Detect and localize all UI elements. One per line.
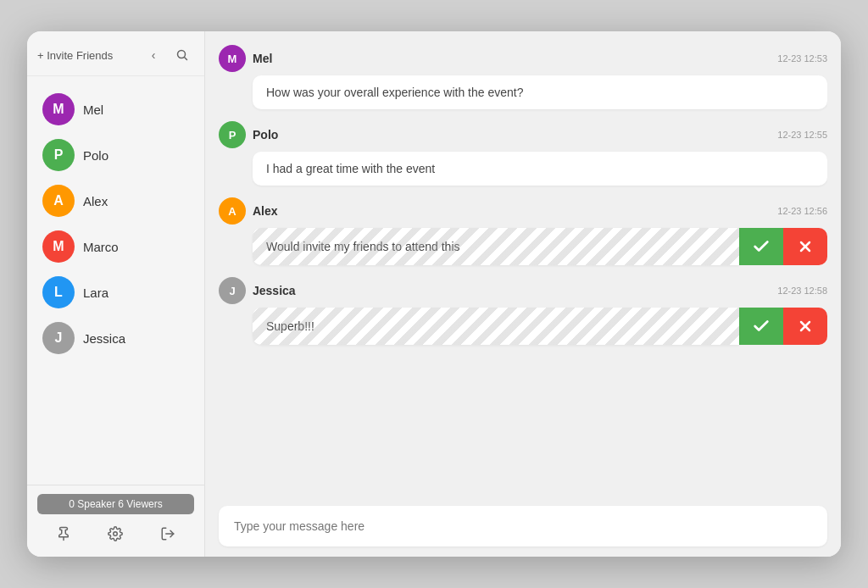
message-header-msg1: M Mel 12-23 12:53 bbox=[219, 45, 827, 72]
message-header-msg4: J Jessica 12-23 12:58 bbox=[219, 277, 827, 304]
message-block-msg4: J Jessica 12-23 12:58 Superb!!! bbox=[219, 277, 827, 345]
avatar-polo: P bbox=[42, 139, 75, 171]
message-block-msg3: A Alex 12-23 12:56 Would invite my frien… bbox=[219, 197, 827, 265]
message-row-msg4: Superb!!! bbox=[253, 308, 827, 345]
speaker-viewer-badge: 0 Speaker 6 Viewers bbox=[37, 494, 194, 514]
message-bubble-msg1: How was your overall experience with the… bbox=[253, 75, 827, 109]
contact-name-polo: Polo bbox=[83, 148, 108, 163]
collapse-button[interactable]: ‹ bbox=[142, 43, 165, 67]
approve-button-msg3[interactable] bbox=[739, 228, 783, 265]
sidebar-footer: 0 Speaker 6 Viewers bbox=[27, 485, 204, 557]
approve-button-msg4[interactable] bbox=[739, 308, 783, 345]
chat-area: M Mel 12-23 12:53 How was your overall e… bbox=[205, 31, 841, 557]
contact-name-jessica: Jessica bbox=[83, 331, 125, 346]
avatar-mel: M bbox=[42, 93, 75, 125]
message-header-msg3: A Alex 12-23 12:56 bbox=[219, 197, 827, 225]
message-row-msg3: Would invite my friends to attend this bbox=[253, 228, 827, 265]
message-bubble-msg3: Would invite my friends to attend this bbox=[253, 228, 739, 265]
sidebar-footer-icons bbox=[37, 523, 194, 548]
message-avatar-msg2: P bbox=[219, 121, 246, 148]
message-header-msg2: P Polo 12-23 12:55 bbox=[219, 121, 827, 148]
message-text-msg3: Would invite my friends to attend this bbox=[266, 240, 460, 253]
message-time-msg2: 12-23 12:55 bbox=[777, 130, 827, 140]
contact-name-mel: Mel bbox=[83, 103, 103, 117]
message-text-msg4: Superb!!! bbox=[266, 319, 314, 333]
message-sender-msg1: Mel bbox=[253, 52, 771, 65]
message-input[interactable] bbox=[219, 506, 827, 546]
message-bubble-msg4: Superb!!! bbox=[253, 308, 739, 345]
logout-button[interactable] bbox=[153, 523, 182, 548]
message-sender-msg2: Polo bbox=[253, 128, 771, 141]
contact-item-alex[interactable]: A Alex bbox=[34, 178, 198, 224]
pin-button[interactable] bbox=[49, 523, 78, 548]
contacts-list: M Mel P Polo A Alex M Marco L Lara J Jes… bbox=[27, 76, 204, 485]
settings-button[interactable] bbox=[101, 523, 130, 548]
sidebar-header: + Invite Friends ‹ bbox=[27, 31, 204, 76]
avatar-lara: L bbox=[42, 276, 75, 308]
svg-line-1 bbox=[185, 58, 187, 60]
contact-name-lara: Lara bbox=[83, 286, 108, 300]
avatar-alex: A bbox=[42, 185, 75, 217]
message-block-msg2: P Polo 12-23 12:55 I had a great time wi… bbox=[219, 121, 827, 186]
contact-item-mel[interactable]: M Mel bbox=[34, 86, 198, 132]
app-window: + Invite Friends ‹ M Mel P Polo A Alex M… bbox=[27, 31, 841, 557]
message-block-msg1: M Mel 12-23 12:53 How was your overall e… bbox=[219, 45, 827, 109]
message-input-area bbox=[219, 506, 827, 546]
svg-point-3 bbox=[114, 532, 118, 536]
message-time-msg1: 12-23 12:53 bbox=[777, 53, 827, 64]
contact-item-lara[interactable]: L Lara bbox=[34, 269, 198, 315]
reject-button-msg3[interactable] bbox=[783, 228, 827, 265]
contact-name-alex: Alex bbox=[83, 194, 108, 208]
contact-item-polo[interactable]: P Polo bbox=[34, 132, 198, 178]
avatar-jessica: J bbox=[42, 322, 75, 354]
sidebar: + Invite Friends ‹ M Mel P Polo A Alex M… bbox=[27, 31, 205, 557]
invite-friends-label: + Invite Friends bbox=[37, 49, 113, 62]
message-sender-msg3: Alex bbox=[253, 204, 771, 218]
message-avatar-msg3: A bbox=[219, 197, 246, 225]
avatar-marco: M bbox=[42, 230, 75, 263]
search-button[interactable] bbox=[170, 43, 194, 67]
contact-item-jessica[interactable]: J Jessica bbox=[34, 315, 198, 361]
sidebar-header-icons: ‹ bbox=[142, 43, 194, 67]
messages-list: M Mel 12-23 12:53 How was your overall e… bbox=[219, 45, 827, 496]
message-bubble-msg2: I had a great time with the event bbox=[253, 152, 827, 186]
contact-name-marco: Marco bbox=[83, 240, 119, 254]
message-time-msg4: 12-23 12:58 bbox=[777, 286, 827, 296]
message-time-msg3: 12-23 12:56 bbox=[777, 206, 827, 216]
contact-item-marco[interactable]: M Marco bbox=[34, 224, 198, 269]
message-sender-msg4: Jessica bbox=[253, 284, 771, 297]
stripe-overlay-msg4 bbox=[253, 308, 739, 345]
reject-button-msg4[interactable] bbox=[783, 308, 827, 345]
message-avatar-msg4: J bbox=[219, 277, 246, 304]
message-avatar-msg1: M bbox=[219, 45, 246, 72]
